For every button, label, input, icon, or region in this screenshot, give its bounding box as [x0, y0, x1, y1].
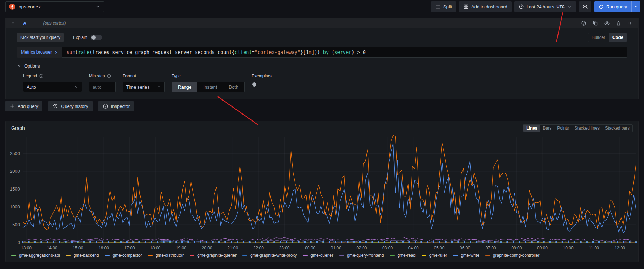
zoom-out-button[interactable]	[579, 1, 591, 12]
editor-mode-switch: Builder Code	[588, 33, 627, 42]
builder-mode-button[interactable]: Builder	[588, 33, 609, 42]
add-to-dashboard-label: Add to dashboard	[471, 4, 507, 9]
chevron-right-icon	[54, 50, 58, 54]
chart-legend: gme-aggregations-apigme-backendgme-compa…	[11, 253, 633, 258]
legend-item[interactable]: gme-graphite-querier	[190, 253, 237, 258]
graph-mode-stacked-bars[interactable]: Stacked bars	[602, 125, 632, 132]
run-query-dropdown[interactable]	[631, 1, 640, 12]
svg-text:21:00: 21:00	[227, 246, 238, 250]
explain-label: Explain	[73, 35, 87, 40]
svg-text:0: 0	[18, 240, 20, 245]
metrics-browser-button[interactable]: Metrics browser	[17, 47, 62, 58]
query-token: ))	[314, 49, 320, 55]
svg-text:05:00: 05:00	[434, 246, 444, 250]
datasource-picker[interactable]: ops-cortex	[5, 1, 104, 12]
legend-item[interactable]: gme-compactor	[105, 253, 142, 258]
split-button[interactable]: Split	[431, 1, 456, 12]
add-query-button[interactable]: Add query	[5, 101, 42, 111]
query-token: [1m]	[303, 49, 315, 55]
query-row-actions	[581, 20, 632, 26]
legend-select-value: Auto	[27, 84, 36, 90]
graph-mode-points[interactable]: Points	[554, 125, 571, 132]
legend-swatch	[190, 255, 194, 256]
eye-icon[interactable]	[604, 20, 610, 26]
info-icon[interactable]	[107, 74, 111, 78]
add-query-label: Add query	[18, 104, 38, 109]
svg-text:07:00: 07:00	[486, 246, 496, 250]
svg-text:20:00: 20:00	[202, 246, 212, 250]
legend-item[interactable]: gme-graphite-write-proxy	[242, 253, 297, 258]
collapse-chevron-icon[interactable]	[11, 21, 15, 26]
legend-swatch	[453, 255, 458, 256]
graph-mode-lines[interactable]: Lines	[523, 125, 540, 132]
legend-item[interactable]: gme-read	[390, 253, 415, 258]
query-type-group: RangeInstantBoth	[172, 82, 245, 92]
svg-text:22:00: 22:00	[253, 246, 264, 250]
inspector-button[interactable]: Inspector	[98, 101, 134, 111]
legend-item[interactable]: gme-aggregations-api	[11, 253, 60, 258]
add-to-dashboard-button[interactable]: Add to dashboard	[459, 1, 512, 12]
type-option-label: Type	[172, 74, 181, 78]
graph-mode-bars[interactable]: Bars	[540, 125, 555, 132]
svg-text:1000: 1000	[10, 204, 20, 209]
history-icon	[53, 103, 58, 109]
timeseries-chart[interactable]: 0500100015002000250013:0014:0015:0016:00…	[6, 134, 638, 251]
zoom-out-icon	[582, 4, 588, 10]
copy-icon[interactable]	[592, 20, 598, 26]
legend-label: gme-graphite-write-proxy	[250, 253, 297, 258]
inspector-label: Inspector	[111, 104, 130, 109]
query-history-button[interactable]: Query history	[48, 101, 92, 111]
explain-toggle[interactable]	[91, 35, 102, 40]
promql-query-input[interactable]: sum(rate(traces_service_graph_request_se…	[62, 47, 627, 58]
graph-mode-switch: LinesBarsPointsStacked linesStacked bars	[523, 124, 633, 132]
min-step-input[interactable]	[89, 82, 116, 92]
graph-mode-stacked-lines[interactable]: Stacked lines	[572, 125, 602, 132]
explore-toolbar: ops-cortex Split Add to dashboard Last 2…	[5, 1, 640, 12]
svg-text:00:00: 00:00	[305, 246, 315, 250]
type-option-both[interactable]: Both	[223, 82, 244, 92]
svg-text:04:00: 04:00	[408, 246, 419, 250]
query-token: 0	[363, 49, 366, 55]
query-token: traces_service_graph_request_server_seco…	[92, 49, 232, 55]
code-mode-button[interactable]: Code	[609, 33, 627, 42]
explain-control: Explain	[73, 35, 102, 40]
query-options: Legend Auto Min step	[23, 73, 627, 92]
query-token: (	[89, 49, 92, 55]
query-token: {	[232, 49, 235, 55]
svg-text:02:00: 02:00	[356, 246, 367, 250]
legend-label: gme-write	[461, 253, 479, 258]
legend-item[interactable]: gme-backend	[66, 253, 99, 258]
min-step-option: Min step	[89, 73, 116, 92]
time-range-picker[interactable]: Last 24 hours UTC	[514, 1, 576, 12]
sync-icon	[598, 4, 604, 9]
svg-text:1500: 1500	[10, 186, 20, 192]
legend-item[interactable]: gme-distributor	[148, 253, 184, 258]
legend-item[interactable]: gme-query-frontend	[339, 253, 384, 258]
legend-option: Legend Auto	[23, 73, 82, 92]
type-option-instant[interactable]: Instant	[197, 82, 223, 92]
chevron-down-icon	[71, 85, 78, 89]
options-header[interactable]: Options	[17, 63, 627, 69]
help-icon[interactable]	[581, 20, 587, 26]
svg-text:12:00: 12:00	[615, 246, 625, 250]
format-select[interactable]: Time series	[123, 82, 165, 92]
exemplars-option: Exemplars	[252, 73, 272, 82]
kick-start-button[interactable]: Kick start your query	[17, 33, 64, 42]
type-option-range[interactable]: Range	[172, 82, 197, 92]
legend-select[interactable]: Auto	[23, 82, 82, 92]
drag-handle-icon[interactable]	[627, 21, 632, 26]
legend-item[interactable]: gme-querier	[303, 253, 333, 258]
chevron-down-icon	[634, 5, 638, 9]
legend-swatch	[485, 255, 490, 256]
info-icon[interactable]	[39, 74, 43, 78]
run-query-button[interactable]: Run query	[594, 1, 631, 12]
legend-item[interactable]: graphite-config-controller	[485, 253, 540, 258]
legend-swatch	[390, 255, 395, 256]
legend-label: gme-graphite-querier	[197, 253, 237, 258]
legend-label: gme-compactor	[112, 253, 142, 258]
trash-icon[interactable]	[616, 21, 621, 26]
svg-text:06:00: 06:00	[460, 246, 470, 250]
legend-item[interactable]: gme-ruler	[422, 253, 447, 258]
chevron-down-icon	[95, 4, 100, 9]
legend-item[interactable]: gme-write	[453, 253, 479, 258]
